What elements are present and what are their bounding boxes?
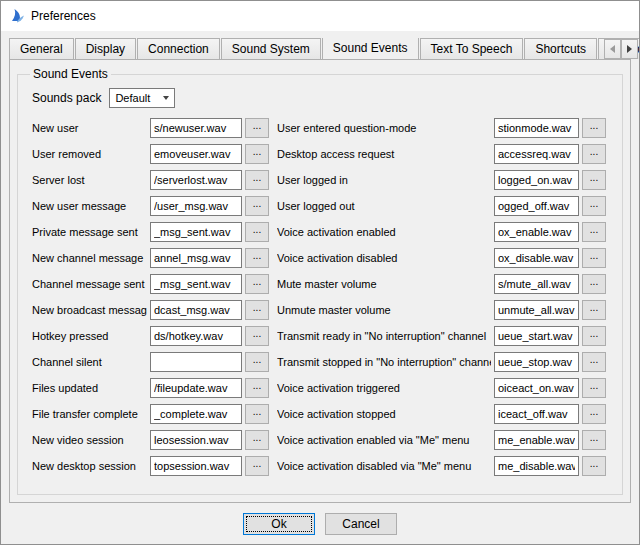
sound-file-input[interactable] (494, 170, 579, 190)
browse-button[interactable]: ... (582, 248, 606, 268)
sound-file-input[interactable] (150, 248, 242, 268)
sound-file-input[interactable] (494, 144, 579, 164)
browse-button[interactable]: ... (582, 456, 606, 476)
browse-button[interactable]: ... (582, 196, 606, 216)
group-title: Sound Events (30, 67, 111, 81)
browse-button[interactable]: ... (245, 300, 269, 320)
sound-file-input[interactable] (494, 456, 579, 476)
browse-button[interactable]: ... (582, 300, 606, 320)
browse-button[interactable]: ... (245, 118, 269, 138)
sound-file-input[interactable] (494, 196, 579, 216)
sound-file-input[interactable] (150, 300, 242, 320)
sound-event-label: Server lost (32, 174, 147, 186)
browse-button[interactable]: ... (582, 404, 606, 424)
browse-button[interactable]: ... (245, 404, 269, 424)
browse-button[interactable]: ... (582, 430, 606, 450)
sound-file-input[interactable] (494, 118, 579, 138)
browse-button[interactable]: ... (582, 352, 606, 372)
tab-general[interactable]: General (9, 38, 74, 59)
sound-file-input[interactable] (150, 274, 242, 294)
sound-event-label: Voice activation disabled via "Me" menu (277, 460, 491, 472)
sound-file-input[interactable] (150, 170, 242, 190)
tab-connection[interactable]: Connection (137, 38, 220, 59)
sound-event-label: File transfer complete (32, 408, 147, 420)
sound-file-input[interactable] (150, 378, 242, 398)
sound-file-input[interactable] (494, 430, 579, 450)
sounds-pack-select[interactable]: Default (109, 88, 175, 108)
browse-button[interactable]: ... (582, 378, 606, 398)
browse-button[interactable]: ... (245, 274, 269, 294)
sound-event-label: Desktop access request (277, 148, 491, 160)
sound-event-label: Voice activation enabled via "Me" menu (277, 434, 491, 446)
sound-file-input[interactable] (494, 248, 579, 268)
tab-text-to-speech[interactable]: Text To Speech (420, 38, 524, 59)
sound-event-label: Transmit ready in "No interruption" chan… (277, 330, 491, 342)
chevron-down-icon (163, 96, 169, 100)
sound-file-input[interactable] (150, 196, 242, 216)
sounds-pack-row: Sounds pack Default (32, 88, 614, 108)
browse-button[interactable]: ... (582, 274, 606, 294)
sound-event-label: Channel silent (32, 356, 147, 368)
browse-button[interactable]: ... (245, 222, 269, 242)
ok-button[interactable]: Ok (243, 513, 315, 535)
sound-file-input[interactable] (494, 326, 579, 346)
titlebar: Preferences (1, 1, 639, 31)
sound-event-label: Transmit stopped in "No interruption" ch… (277, 356, 491, 368)
tab-display[interactable]: Display (75, 38, 136, 59)
browse-button[interactable]: ... (245, 378, 269, 398)
tab-sound-system[interactable]: Sound System (221, 38, 321, 59)
tab-scrollers (604, 39, 638, 59)
sounds-pack-value: Default (115, 92, 150, 104)
browse-button[interactable]: ... (245, 196, 269, 216)
sound-file-input[interactable] (150, 456, 242, 476)
sound-file-input[interactable] (150, 326, 242, 346)
browse-button[interactable]: ... (582, 326, 606, 346)
sound-file-input[interactable] (494, 274, 579, 294)
sound-event-label: User removed (32, 148, 147, 160)
sound-event-label: New desktop session (32, 460, 147, 472)
browse-button[interactable]: ... (245, 326, 269, 346)
app-icon (9, 8, 25, 24)
browse-button[interactable]: ... (582, 222, 606, 242)
browse-button[interactable]: ... (245, 456, 269, 476)
tab-sound-events[interactable]: Sound Events (322, 38, 419, 59)
events-column-right: User entered question-mode ... Desktop a… (277, 118, 606, 476)
events-column-left: New user ... User removed ... Server los… (32, 118, 269, 476)
sound-file-input[interactable] (494, 378, 579, 398)
right-arrow-icon (627, 45, 632, 53)
browse-button[interactable]: ... (582, 144, 606, 164)
sound-event-label: Voice activation enabled (277, 226, 491, 238)
preferences-dialog: Preferences GeneralDisplayConnectionSoun… (0, 0, 640, 545)
sound-event-label: User logged out (277, 200, 491, 212)
sound-event-label: User entered question-mode (277, 122, 491, 134)
browse-button[interactable]: ... (245, 352, 269, 372)
tab-scroll-left-button[interactable] (604, 39, 621, 59)
browse-button[interactable]: ... (245, 430, 269, 450)
sound-file-input[interactable] (494, 300, 579, 320)
sound-file-input[interactable] (150, 404, 242, 424)
left-arrow-icon (610, 45, 615, 53)
browse-button[interactable]: ... (245, 248, 269, 268)
sound-file-input[interactable] (150, 352, 242, 372)
browse-button[interactable]: ... (582, 170, 606, 190)
sound-event-label: User logged in (277, 174, 491, 186)
sound-file-input[interactable] (150, 222, 242, 242)
tab-shortcuts[interactable]: Shortcuts (524, 38, 597, 59)
tab-pane: Sound Events Sounds pack Default New use… (9, 59, 631, 503)
sound-file-input[interactable] (494, 404, 579, 424)
browse-button[interactable]: ... (245, 144, 269, 164)
sound-file-input[interactable] (494, 352, 579, 372)
browse-button[interactable]: ... (245, 170, 269, 190)
browse-button[interactable]: ... (582, 118, 606, 138)
sound-event-label: Files updated (32, 382, 147, 394)
sound-events-group: Sound Events Sounds pack Default New use… (17, 67, 623, 495)
tab-bar: GeneralDisplayConnectionSound SystemSoun… (1, 38, 639, 59)
sound-file-input[interactable] (150, 118, 242, 138)
cancel-button[interactable]: Cancel (325, 513, 397, 535)
sound-event-label: Voice activation stopped (277, 408, 491, 420)
sound-file-input[interactable] (494, 222, 579, 242)
sound-file-input[interactable] (150, 430, 242, 450)
sound-file-input[interactable] (150, 144, 242, 164)
sound-event-label: New broadcast message (32, 304, 147, 316)
tab-scroll-right-button[interactable] (621, 39, 638, 59)
